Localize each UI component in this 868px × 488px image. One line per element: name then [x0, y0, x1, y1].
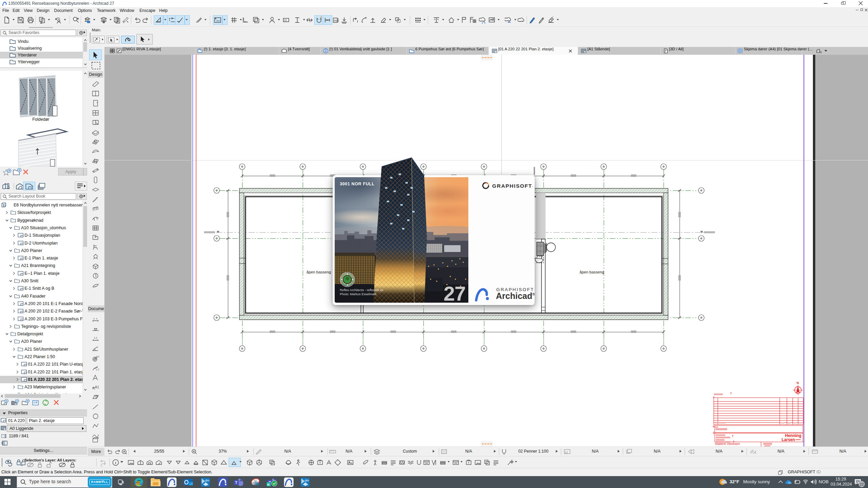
svg-text:A1: A1 — [95, 385, 99, 389]
svg-text:A1: A1 — [334, 19, 337, 22]
svg-text:åpen basseng: åpen basseng — [306, 270, 331, 274]
svg-text:Statens Veivesen: Statens Veivesen — [715, 442, 740, 445]
svg-text:1.2: 1.2 — [94, 337, 97, 339]
svg-text:N: N — [797, 381, 799, 385]
svg-text:dm: dm — [305, 479, 309, 482]
svg-text:Larsen: Larsen — [782, 437, 795, 442]
svg-text:1.2: 1.2 — [96, 355, 99, 358]
svg-text:12: 12 — [284, 19, 287, 21]
svg-text:åpen basseng: åpen basseng — [580, 270, 604, 274]
svg-text:XY:: XY: — [216, 19, 220, 22]
svg-text:T: T — [235, 481, 237, 485]
svg-text:1.2: 1.2 — [96, 368, 99, 371]
svg-text:α: α — [97, 346, 98, 348]
svg-text:dm: dm — [205, 479, 210, 482]
svg-text:N: N — [267, 483, 270, 486]
